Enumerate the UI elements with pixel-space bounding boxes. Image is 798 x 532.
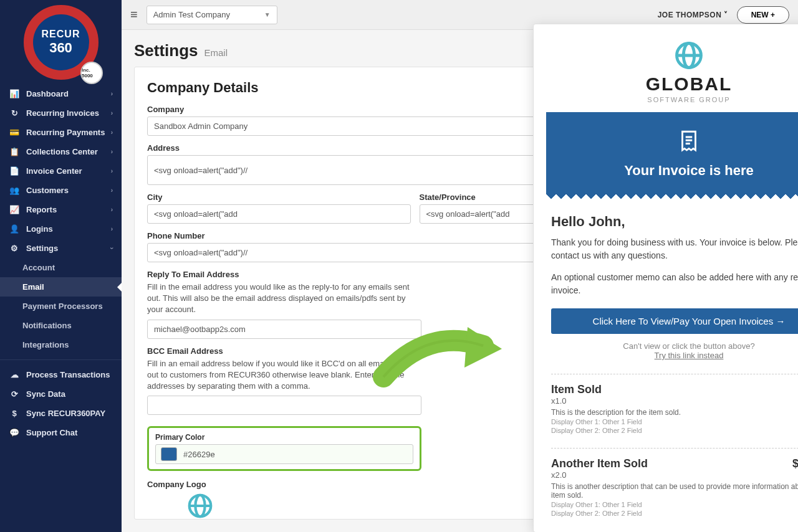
nav-icon: 💳 <box>9 128 20 137</box>
nav-icon: 📄 <box>9 166 20 176</box>
preview-brand: GLOBAL <box>534 74 798 95</box>
reply-input[interactable] <box>147 320 421 339</box>
caret-down-icon: ▼ <box>264 11 271 18</box>
sidebar-item-invoice-center[interactable]: 📄Invoice Center› <box>0 161 122 181</box>
nav-icon: ⟳ <box>9 389 20 399</box>
item-qty: x1.0 <box>551 396 798 406</box>
sidebar-item-sync-recur360pay[interactable]: $Sync RECUR360PAY <box>0 404 122 423</box>
app-logo: RECUR 360 Inc. 5000 <box>0 0 122 84</box>
line-item: Another Item Sold$20.00 x2.0 This is ano… <box>551 457 798 517</box>
nav-label: Dashboard <box>26 89 69 98</box>
item-name: Another Item Sold <box>551 457 648 470</box>
sidebar-subitem-integrations[interactable]: Integrations <box>0 335 122 354</box>
preview-tag: SOFTWARE GROUP <box>534 96 798 103</box>
nav-label: Settings <box>26 244 58 253</box>
bcc-input[interactable] <box>147 396 421 415</box>
globe-icon <box>186 492 214 520</box>
nav-icon: ⚙ <box>9 244 20 253</box>
item-other1: Display Other 1: Other 1 Field <box>551 418 798 425</box>
preview-memo: An optional customer memo can also be ad… <box>551 271 798 297</box>
color-hex: #26629e <box>183 450 215 459</box>
item-name: Item Sold <box>551 383 602 396</box>
sidebar-item-customers[interactable]: 👥Customers› <box>0 181 122 200</box>
sidebar-subitem-payment-processors[interactable]: Payment Processors <box>0 297 122 316</box>
nav-icon: 💬 <box>9 428 20 437</box>
sidebar-item-dashboard[interactable]: 📊Dashboard› <box>0 84 122 103</box>
sidebar-item-collections-center[interactable]: 📋Collections Center› <box>0 142 122 161</box>
preview-greeting: Hello John, <box>551 214 798 230</box>
new-button[interactable]: NEW + <box>737 6 789 24</box>
nav-icon: ☁ <box>9 370 20 379</box>
primary-color-label: Primary Color <box>155 433 413 442</box>
sidebar-item-support-chat[interactable]: 💬Support Chat <box>0 423 122 442</box>
inc5000-badge: Inc. 5000 <box>80 62 103 84</box>
item-desc: This is another description that can be … <box>551 482 798 500</box>
item-other2: Display Other 2: Other 2 Field <box>551 427 798 434</box>
sidebar-item-recurring-payments[interactable]: 💳Recurring Payments› <box>0 123 122 142</box>
preview-banner: Your Invoice is here <box>546 112 798 191</box>
nav-label: Support Chat <box>26 428 77 437</box>
nav-label: Reports <box>26 205 57 214</box>
sidebar: RECUR 360 Inc. 5000 📊Dashboard›↻Recurrin… <box>0 0 122 532</box>
nav-icon: ↻ <box>9 108 20 118</box>
nav-label: Collections Center <box>26 147 98 156</box>
nav-icon: 📊 <box>9 89 20 98</box>
line-item: Item Sold$5.00 x1.0 This is the descript… <box>551 383 798 449</box>
chevron-right-icon: › <box>111 206 113 213</box>
preview-fallback-link[interactable]: Try this link instead <box>655 351 724 360</box>
chevron-right-icon: › <box>111 226 113 232</box>
item-price: $20.00 <box>792 457 798 470</box>
bcc-help: Fill in an email address below if you wo… <box>147 358 421 392</box>
globe-icon <box>673 39 705 72</box>
sidebar-subitem-notifications[interactable]: Notifications <box>0 316 122 335</box>
nav-label: Invoice Center <box>26 166 82 176</box>
nav-icon: 👤 <box>9 224 20 234</box>
nav-icon: 👥 <box>9 186 20 195</box>
chevron-right-icon: › <box>111 129 113 136</box>
preview-cta-button[interactable]: Click Here To View/Pay Your Open Invoice… <box>551 308 798 334</box>
nav-label: Recurring Invoices <box>26 108 99 118</box>
sidebar-subitem-email[interactable]: Email <box>0 277 122 297</box>
company-selector[interactable]: Admin Test Company ▼ <box>147 6 277 24</box>
item-other2: Display Other 2: Other 2 Field <box>551 510 798 517</box>
company-selector-value: Admin Test Company <box>153 10 230 19</box>
city-label: City <box>147 192 411 202</box>
nav-icon: 📋 <box>9 147 20 156</box>
logo-preview: GLOBAL SOFTWARE GROUP <box>147 492 253 520</box>
item-qty: x2.0 <box>551 470 798 480</box>
sidebar-subitem-account[interactable]: Account <box>0 258 122 277</box>
sidebar-item-settings[interactable]: ⚙Settings› <box>0 239 122 258</box>
sidebar-item-logins[interactable]: 👤Logins› <box>0 219 122 239</box>
chevron-right-icon: › <box>111 110 113 116</box>
page-subtitle: Email <box>204 47 228 58</box>
nav-label: Logins <box>26 224 53 234</box>
page-title: Settings <box>134 41 198 60</box>
nav-label: Customers <box>26 186 69 195</box>
nav-label: Recurring Payments <box>26 128 105 137</box>
item-other1: Display Other 1: Other 1 Field <box>551 501 798 508</box>
chevron-right-icon: › <box>111 168 113 174</box>
chevron-right-icon: › <box>111 90 113 97</box>
current-user[interactable]: JOE THOMPSON ˅ <box>658 11 728 19</box>
menu-icon[interactable]: ≡ <box>130 7 138 22</box>
primary-color-highlight: Primary Color #26629e <box>147 426 421 471</box>
reply-help: Fill in the email address you would like… <box>147 282 421 316</box>
primary-color-input[interactable]: #26629e <box>155 444 413 464</box>
sidebar-item-recurring-invoices[interactable]: ↻Recurring Invoices› <box>0 103 122 123</box>
sidebar-item-reports[interactable]: 📈Reports› <box>0 200 122 219</box>
preview-text: Thank you for doing business with us. Yo… <box>551 236 798 262</box>
receipt-icon <box>676 128 702 154</box>
nav-label: Sync Data <box>26 389 65 399</box>
chevron-right-icon: › <box>111 148 113 155</box>
city-input[interactable] <box>147 204 411 224</box>
chevron-right-icon: › <box>111 187 113 194</box>
nav-icon: $ <box>9 409 20 418</box>
color-swatch <box>161 447 177 461</box>
email-preview: GLOBAL SOFTWARE GROUP Your Invoice is he… <box>533 24 798 532</box>
sidebar-item-process-transactions[interactable]: ☁Process Transactions <box>0 365 122 384</box>
item-desc: This is the description for the item sol… <box>551 408 798 417</box>
nav-icon: 📈 <box>9 205 20 214</box>
chevron-right-icon: › <box>108 247 115 249</box>
nav-label: Sync RECUR360PAY <box>26 409 105 418</box>
sidebar-item-sync-data[interactable]: ⟳Sync Data <box>0 384 122 404</box>
